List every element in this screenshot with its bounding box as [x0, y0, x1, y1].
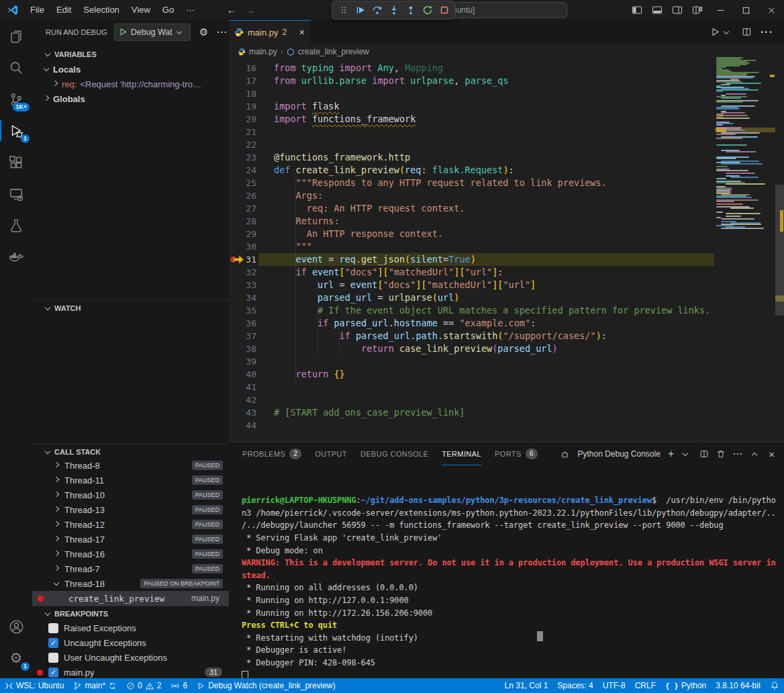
terminal-output[interactable]: pierrick@LAPTOP-HKU5PNNG:~/git/add-ons-s… [242, 469, 777, 693]
code-line-44[interactable]: 44 [229, 419, 784, 432]
breakpoint-row[interactable]: User Uncaught Exceptions [32, 650, 229, 665]
code-line-35[interactable]: 35 # If the event object URL matches a s… [229, 304, 784, 317]
line-number[interactable]: 27 [229, 202, 256, 215]
code-line-21[interactable]: 21 [229, 126, 784, 138]
run-and-debug-icon[interactable]: 1 [0, 115, 32, 146]
remote-indicator[interactable]: WSL: Ubuntu [0, 678, 68, 693]
code-line-42[interactable]: 42 [229, 394, 784, 406]
tab-main-py[interactable]: main.py 2 × [229, 20, 311, 44]
code-line-33[interactable]: 33 url = event["docs"]["matchedUrl"]["ur… [229, 279, 784, 291]
debug-step-into-button[interactable] [385, 2, 402, 18]
panel-tab-debug-console[interactable]: DEBUG CONSOLE [360, 443, 428, 465]
menu-···[interactable]: ··· [180, 0, 201, 20]
testing-icon[interactable] [0, 210, 32, 241]
code-area[interactable]: 16from typing import Any, Mapping17from … [229, 62, 784, 442]
code-line-25[interactable]: 25 """Responds to any HTTP request relat… [229, 177, 784, 189]
terminal-instance-label[interactable]: Python Debug Console [577, 449, 660, 459]
breadcrumb[interactable]: main.py › create_link_preview [229, 44, 784, 60]
line-number[interactable]: 21 [229, 126, 256, 138]
checkbox[interactable] [48, 623, 58, 633]
menu-edit[interactable]: Edit [50, 0, 77, 20]
split-editor-icon[interactable] [742, 27, 752, 37]
panel-tab-output[interactable]: OUTPUT [315, 443, 347, 465]
callstack-thread-16[interactable]: Thread-16PAUSED [32, 547, 229, 561]
callstack-thread-13[interactable]: Thread-13PAUSED [32, 502, 229, 517]
line-number[interactable]: 22 [229, 138, 256, 151]
line-number[interactable]: 35 [229, 304, 256, 317]
debug-stop-button[interactable] [436, 2, 452, 18]
code-line-41[interactable]: 41 [229, 381, 784, 394]
line-number[interactable]: 30 [229, 240, 256, 253]
code-line-32[interactable]: 32 if event["docs"]["matchedUrl"]["url"]… [229, 266, 784, 279]
line-number[interactable]: 40 [229, 368, 256, 381]
callstack-thread-11[interactable]: Thread-11PAUSED [32, 473, 229, 488]
breakpoints-section-header[interactable]: BREAKPOINTS [32, 606, 229, 620]
call-stack-section-header[interactable]: CALL STACK [32, 444, 229, 459]
menu-file[interactable]: File [24, 0, 50, 20]
customize-layout-icon[interactable] [687, 0, 707, 20]
python-interpreter-item[interactable]: 3.8.10 64-bit [711, 678, 765, 693]
search-icon[interactable] [0, 52, 32, 83]
line-number[interactable]: 24 [229, 164, 256, 177]
tab-close-icon[interactable]: × [299, 27, 305, 38]
minimap[interactable] [715, 57, 775, 235]
panel-tab-terminal[interactable]: TERMINAL [442, 443, 481, 465]
breakpoint-row[interactable]: Raised Exceptions [32, 620, 229, 635]
code-line-39[interactable]: 39 [229, 355, 784, 368]
code-line-30[interactable]: 30 """ [229, 240, 784, 253]
eol-item[interactable]: CRLF [630, 678, 660, 693]
line-number[interactable]: 32 [229, 266, 256, 279]
line-number[interactable]: 39 [229, 355, 256, 368]
line-number[interactable]: 17 [229, 75, 256, 87]
debug-step-out-button[interactable] [402, 2, 419, 18]
notifications-bell-icon[interactable] [765, 678, 784, 693]
panel-more-actions-icon[interactable]: ··· [733, 449, 743, 459]
toggle-secondary-sidebar-icon[interactable] [667, 0, 687, 20]
line-number[interactable]: 29 [229, 228, 256, 240]
menu-view[interactable]: View [126, 0, 156, 20]
terminal-dropdown-icon[interactable] [683, 451, 688, 456]
line-number[interactable]: 16 [229, 62, 256, 75]
code-line-22[interactable]: 22 [229, 138, 784, 151]
code-line-20[interactable]: 20import functions_framework [229, 113, 784, 126]
problems-item[interactable]: 0 2 [121, 678, 166, 693]
new-terminal-icon[interactable]: + [668, 448, 674, 460]
editor-scrollbar[interactable] [775, 44, 784, 442]
line-number[interactable]: 43 [229, 406, 256, 419]
cursor-position-item[interactable]: Ln 31, Col 1 [500, 678, 553, 693]
callstack-thread-8[interactable]: Thread-8PAUSED [32, 458, 229, 473]
indentation-item[interactable]: Spaces: 4 [552, 678, 597, 693]
locals-row[interactable]: Locals [32, 62, 229, 77]
stack-frame-row[interactable]: create_link_preview main.py [32, 591, 229, 606]
callstack-thread-18[interactable]: Thread-18PAUSED ON BREAKPOINT [32, 576, 229, 591]
line-number[interactable]: 28 [229, 215, 256, 228]
close-panel-icon[interactable]: × [769, 449, 775, 460]
code-line-23[interactable]: 23@functions_framework.http [229, 151, 784, 164]
breakpoint-row[interactable]: ✓main.py31 [32, 665, 229, 680]
explorer-icon[interactable] [0, 20, 32, 52]
language-mode-item[interactable]: { } Python [660, 678, 711, 693]
code-line-16[interactable]: 16from typing import Any, Mapping [229, 62, 784, 75]
callstack-thread-7[interactable]: Thread-7PAUSED [32, 561, 229, 576]
checkbox[interactable] [48, 653, 58, 663]
debug-step-over-button[interactable] [369, 2, 385, 18]
close-button[interactable] [758, 0, 784, 20]
source-control-icon[interactable]: 1K+ [0, 83, 32, 115]
checkbox[interactable]: ✓ [48, 667, 58, 678]
split-terminal-icon[interactable] [699, 449, 709, 459]
menu-go[interactable]: Go [156, 0, 180, 20]
checkbox[interactable]: ✓ [48, 638, 58, 648]
code-line-38[interactable]: 38 return case_link_preview(parsed_url) [229, 342, 784, 355]
line-number[interactable]: 38 [229, 342, 256, 355]
variables-section-header[interactable]: VARIABLES [32, 47, 229, 62]
debug-settings-gear-icon[interactable]: ⚙ [199, 26, 208, 38]
maximize-button[interactable] [733, 0, 758, 20]
maximize-panel-icon[interactable] [752, 452, 757, 457]
remote-explorer-icon[interactable] [0, 178, 32, 210]
debug-continue-button[interactable] [352, 2, 369, 18]
toggle-primary-sidebar-icon[interactable] [627, 0, 647, 20]
line-number[interactable]: 19 [229, 100, 256, 113]
callstack-thread-10[interactable]: Thread-10PAUSED [32, 488, 229, 502]
accounts-icon[interactable] [0, 611, 32, 643]
code-line-26[interactable]: 26 Args: [229, 189, 784, 202]
